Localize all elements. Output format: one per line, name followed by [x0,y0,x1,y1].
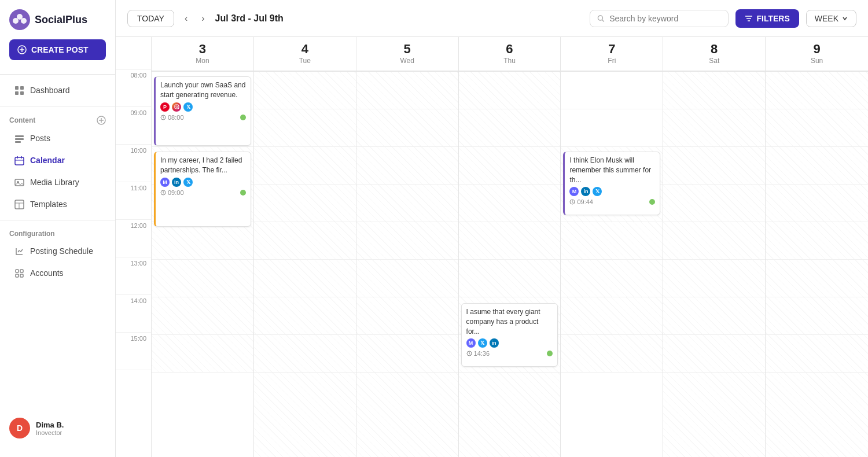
hour-line-fri-12 [561,222,663,260]
twitter-icon-1: 𝕏 [183,102,193,112]
create-post-button[interactable]: CREATE POST [9,39,106,60]
hour-line-mon-13 [152,260,253,297]
hour-line-wed-11 [356,185,458,222]
hour-line-sun-10 [766,147,868,185]
time-slot-15: 15:00 [116,333,151,370]
mastodon-icon-4: M [466,338,476,348]
svg-line-46 [469,354,470,355]
hour-line-sat-11 [663,185,765,222]
svg-rect-17 [15,157,24,165]
svg-rect-21 [15,179,24,186]
day-name-fri: Fri [563,57,660,65]
svg-rect-15 [15,138,24,140]
day-num-6: 6 [461,43,558,56]
filters-button[interactable]: FILTERS [735,9,799,28]
avatar: D [9,418,30,438]
topbar: TODAY ‹ › Jul 3rd - Jul 9th FILTERS WEEK [116,0,868,37]
event-card-4[interactable]: I asume that every giant company has a p… [461,303,558,367]
schedule-icon [14,246,24,256]
event-icons-2: M in 𝕏 [160,178,246,187]
next-week-button[interactable]: › [198,11,208,26]
content-section-label: Content [0,111,115,127]
day-col-fri: I think Elon Musk will remember this sum… [561,72,663,457]
days-header: 3 Mon 4 Tue 5 Wed 6 Thu 7 Fri [152,37,868,72]
sidebar-divider-2 [0,106,115,106]
event-icons-1: P 𝕏 [160,102,246,112]
green-dot-3 [649,199,655,205]
svg-rect-16 [15,141,21,143]
pinterest-icon: P [160,102,170,112]
week-view-button[interactable]: WEEK [806,10,856,27]
svg-rect-27 [20,270,23,272]
hour-line-wed-13 [356,260,458,297]
user-company: Inovector [36,429,64,436]
dashboard-icon [14,85,24,95]
search-icon [597,14,605,23]
user-name: Dima B. [36,421,64,429]
sidebar-item-calendar[interactable]: Calendar [5,150,111,171]
event-text-3: I think Elon Musk will remember this sum… [569,156,655,185]
svg-rect-28 [16,274,19,277]
event-footer-4: 14:36 [466,350,553,357]
hour-line-sat-13 [663,260,765,297]
event-icons-4: M 𝕏 in [466,338,553,348]
hour-line-sat-10 [663,147,765,185]
hour-line-thu-10 [459,147,561,185]
sidebar-item-schedule[interactable]: Posting Schedule [5,241,111,261]
mastodon-icon-3: M [569,187,579,196]
logo-icon [9,9,30,30]
sidebar-item-media[interactable]: Media Library [5,172,111,193]
sidebar-item-dashboard[interactable]: Dashboard [5,80,111,101]
hour-line-mon-14 [152,297,253,335]
event-text-2: In my career, I had 2 failed partnership… [160,156,246,175]
day-name-mon: Mon [154,57,251,65]
hour-line-thu-11 [459,185,561,222]
sidebar-item-posts-label: Posts [30,134,50,143]
svg-rect-10 [20,91,24,95]
hour-line-sun-8 [766,72,868,109]
twitter-icon-4: 𝕏 [478,338,487,348]
hour-line-sat-8 [663,72,765,109]
search-input[interactable] [609,14,721,23]
user-profile[interactable]: D Dima B. Inovector [0,408,115,448]
event-card-3[interactable]: I think Elon Musk will remember this sum… [563,152,660,215]
templates-icon [14,199,24,209]
today-button[interactable]: TODAY [127,10,174,27]
event-icons-3: M in 𝕏 [569,187,655,196]
calendar-icon [14,155,24,165]
green-dot-2 [240,190,246,196]
plus-circle-icon [17,45,27,54]
hour-line-wed-10 [356,147,458,185]
date-range: Jul 3rd - Jul 9th [215,13,583,24]
add-section-icon[interactable] [97,116,106,125]
event-time-2: 09:00 [160,189,184,196]
day-num-9: 9 [768,43,866,56]
time-slot-10: 10:00 [116,145,151,182]
event-card-2[interactable]: In my career, I had 2 failed partnership… [154,152,251,227]
green-dot-4 [547,351,553,356]
calendar-container: 08:00 09:00 10:00 11:00 12:00 13:00 14:0… [116,37,868,457]
event-time-3: 09:44 [569,198,593,205]
sidebar-item-accounts[interactable]: Accounts [5,263,111,283]
logo-area: SocialPlus [0,9,115,39]
day-name-thu: Thu [461,57,558,65]
sidebar-item-media-label: Media Library [30,178,79,187]
hour-line-tue-10 [254,147,356,185]
hour-line-fri-14 [561,297,663,335]
svg-rect-26 [16,270,19,272]
sidebar-item-posts[interactable]: Posts [5,128,111,149]
time-column: 08:00 09:00 10:00 11:00 12:00 13:00 14:0… [116,37,152,457]
day-name-tue: Tue [256,57,354,65]
hour-line-tue-9 [254,109,356,147]
event-card-1[interactable]: Launch your own SaaS and start generatin… [154,76,251,146]
prev-week-button[interactable]: ‹ [181,11,191,26]
sidebar-item-templates[interactable]: Templates [5,194,111,215]
search-box[interactable] [590,10,729,27]
day-header-wed: 5 Wed [356,37,459,71]
time-slot-09: 09:00 [116,107,151,145]
hour-line-sun-11 [766,185,868,222]
hour-line-tue-14 [254,297,356,335]
svg-rect-9 [15,91,19,95]
user-info: Dima B. Inovector [36,421,64,436]
day-col-wed [356,72,459,457]
